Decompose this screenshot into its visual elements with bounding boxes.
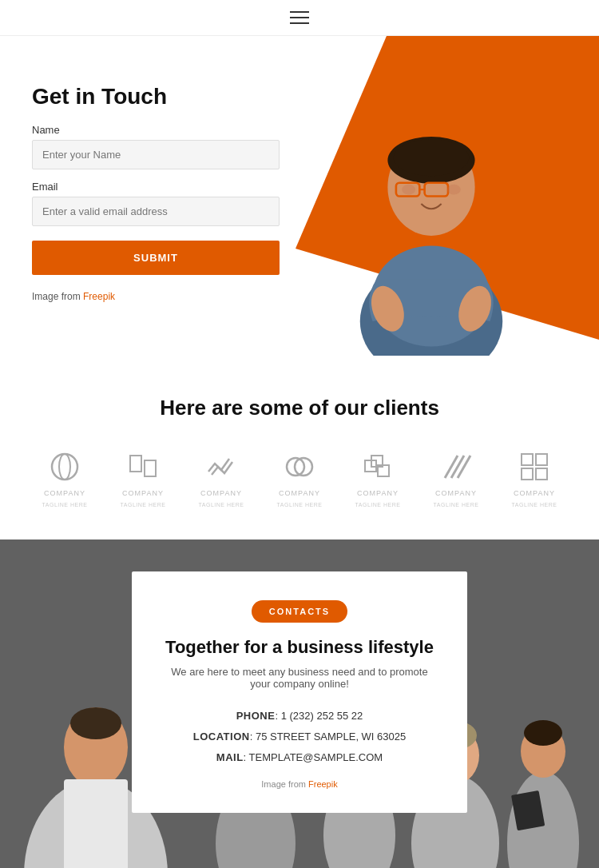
location-value: 75 STREET SAMPLE, WI 63025	[256, 731, 406, 743]
svg-point-5	[394, 139, 470, 176]
svg-rect-28	[536, 468, 547, 480]
clients-section: Here are some of our clients COMPANY TAG…	[0, 356, 599, 540]
freepik-link[interactable]: Freepik	[83, 291, 115, 302]
location-info: LOCATION: 75 STREET SAMPLE, WI 63025	[164, 727, 435, 747]
svg-rect-16	[145, 460, 156, 476]
name-input[interactable]	[32, 140, 280, 169]
client-logo-5: COMPANY TAGLINE HERE	[355, 449, 401, 508]
email-input[interactable]	[32, 197, 280, 226]
svg-point-14	[59, 454, 70, 480]
hero-section: Get in Touch Name Email SUBMIT Image fro…	[0, 36, 599, 356]
header	[0, 0, 599, 36]
clients-logos: COMPANY TAGLINE HERE COMPANY TAGLINE HER…	[32, 449, 567, 508]
client-logo-6: COMPANY TAGLINE HERE	[434, 449, 479, 508]
mail-label: MAIL	[216, 751, 244, 763]
phone-info: PHONE: 1 (232) 252 55 22	[164, 706, 435, 727]
menu-button[interactable]	[290, 11, 309, 24]
svg-point-13	[52, 454, 77, 480]
clients-title: Here are some of our clients	[32, 396, 567, 420]
svg-point-46	[524, 720, 562, 746]
location-label: LOCATION	[193, 731, 250, 743]
svg-point-9	[402, 185, 415, 195]
contacts-section: CONTACTS Together for a business lifesty…	[0, 540, 599, 868]
client-logo-7: COMPANY TAGLINE HERE	[512, 449, 557, 508]
contacts-heading: Together for a business lifestyle	[164, 637, 435, 658]
email-form-group: Email	[32, 181, 280, 226]
svg-point-10	[447, 185, 461, 195]
name-form-group: Name	[32, 124, 280, 169]
hero-content: Get in Touch Name Email SUBMIT Image fro…	[32, 84, 280, 302]
contacts-info: PHONE: 1 (232) 252 55 22 LOCATION: 75 ST…	[164, 706, 435, 768]
svg-rect-26	[536, 454, 547, 465]
hero-title: Get in Touch	[32, 84, 280, 109]
phone-value: 1 (232) 252 55 22	[281, 710, 363, 722]
mail-value: TEMPLATE@SAMPLE.COM	[249, 751, 383, 763]
svg-point-33	[70, 707, 121, 739]
client-logo-3: COMPANY TAGLINE HERE	[199, 449, 244, 508]
hero-image-credit: Image from Freepik	[32, 291, 280, 302]
client-logo-4: COMPANY TAGLINE HERE	[277, 449, 323, 508]
svg-line-23	[451, 456, 464, 478]
svg-rect-25	[522, 454, 533, 465]
hero-image	[264, 36, 599, 356]
contacts-subtext: We are here to meet any business need an…	[164, 666, 435, 690]
svg-rect-27	[522, 468, 533, 480]
svg-rect-15	[130, 456, 141, 472]
contacts-image-credit: Image from Freepik	[164, 779, 435, 789]
svg-line-22	[445, 456, 458, 478]
phone-label: PHONE	[236, 710, 276, 722]
client-logo-1: COMPANY TAGLINE HERE	[42, 449, 88, 508]
contacts-badge: CONTACTS	[252, 600, 347, 623]
svg-rect-34	[64, 779, 128, 868]
submit-button[interactable]: SUBMIT	[32, 241, 280, 275]
mail-info: MAIL: TEMPLATE@SAMPLE.COM	[164, 747, 435, 768]
contacts-freepik-link[interactable]: Freepik	[308, 779, 338, 789]
client-logo-2: COMPANY TAGLINE HERE	[121, 449, 166, 508]
name-label: Name	[32, 124, 280, 136]
svg-line-24	[458, 456, 470, 478]
contacts-card: CONTACTS Together for a business lifesty…	[132, 571, 467, 813]
email-label: Email	[32, 181, 280, 193]
